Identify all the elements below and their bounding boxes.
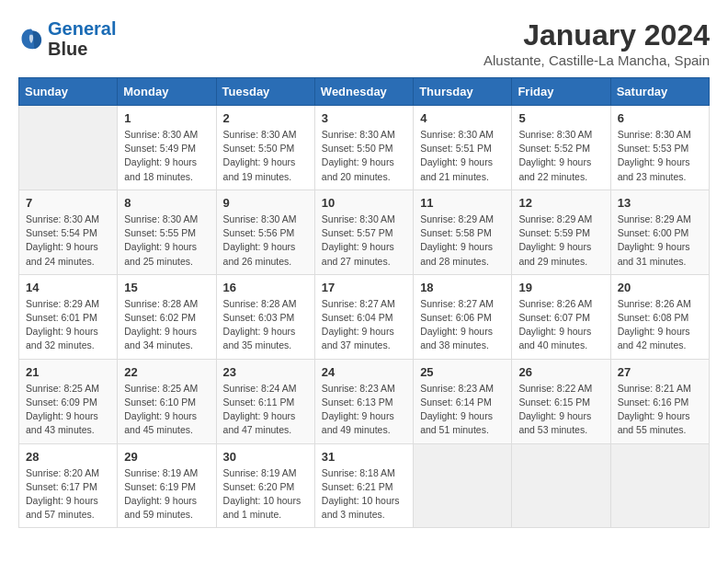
weekday-header: Thursday bbox=[414, 78, 512, 106]
cell-info: Sunrise: 8:30 AMSunset: 5:56 PMDaylight:… bbox=[223, 213, 308, 269]
calendar-cell: 17Sunrise: 8:27 AMSunset: 6:04 PMDayligh… bbox=[314, 274, 413, 359]
cell-info: Sunrise: 8:20 AMSunset: 6:17 PMDaylight:… bbox=[26, 466, 110, 523]
logo-icon bbox=[18, 26, 44, 52]
day-number: 28 bbox=[26, 450, 110, 464]
calendar-cell bbox=[610, 443, 709, 528]
page-header: General Blue January 2024 Alustante, Cas… bbox=[18, 18, 710, 68]
day-number: 23 bbox=[223, 365, 308, 379]
calendar-table: SundayMondayTuesdayWednesdayThursdayFrid… bbox=[18, 77, 710, 528]
calendar-cell: 1Sunrise: 8:30 AMSunset: 5:49 PMDaylight… bbox=[118, 106, 216, 190]
cell-info: Sunrise: 8:21 AMSunset: 6:16 PMDaylight:… bbox=[618, 382, 702, 438]
logo-text: General Blue bbox=[48, 18, 116, 59]
day-number: 12 bbox=[518, 196, 603, 210]
cell-info: Sunrise: 8:25 AMSunset: 6:10 PMDaylight:… bbox=[124, 382, 209, 438]
day-number: 9 bbox=[223, 196, 308, 210]
day-number: 22 bbox=[124, 365, 209, 379]
day-number: 19 bbox=[518, 281, 603, 294]
cell-info: Sunrise: 8:19 AMSunset: 6:20 PMDaylight:… bbox=[223, 466, 308, 523]
cell-info: Sunrise: 8:30 AMSunset: 5:51 PMDaylight:… bbox=[420, 128, 505, 184]
calendar-cell: 15Sunrise: 8:28 AMSunset: 6:02 PMDayligh… bbox=[118, 274, 216, 359]
calendar-cell: 19Sunrise: 8:26 AMSunset: 6:07 PMDayligh… bbox=[512, 274, 610, 359]
day-number: 26 bbox=[518, 365, 603, 379]
calendar-cell: 3Sunrise: 8:30 AMSunset: 5:50 PMDaylight… bbox=[314, 106, 413, 190]
cell-info: Sunrise: 8:27 AMSunset: 6:04 PMDaylight:… bbox=[322, 297, 406, 353]
cell-info: Sunrise: 8:25 AMSunset: 6:09 PMDaylight:… bbox=[26, 382, 110, 438]
day-number: 18 bbox=[420, 281, 505, 294]
cell-info: Sunrise: 8:30 AMSunset: 5:53 PMDaylight:… bbox=[618, 128, 702, 184]
calendar-cell: 22Sunrise: 8:25 AMSunset: 6:10 PMDayligh… bbox=[118, 359, 216, 443]
calendar-week-row: 14Sunrise: 8:29 AMSunset: 6:01 PMDayligh… bbox=[19, 274, 710, 359]
calendar-cell: 23Sunrise: 8:24 AMSunset: 6:11 PMDayligh… bbox=[216, 359, 314, 443]
calendar-cell bbox=[414, 443, 512, 528]
cell-info: Sunrise: 8:29 AMSunset: 6:00 PMDaylight:… bbox=[618, 213, 702, 269]
day-number: 5 bbox=[518, 111, 603, 125]
weekday-header: Wednesday bbox=[314, 78, 413, 106]
day-number: 20 bbox=[618, 281, 702, 294]
day-number: 7 bbox=[26, 196, 110, 210]
calendar-cell: 8Sunrise: 8:30 AMSunset: 5:55 PMDaylight… bbox=[118, 190, 216, 274]
day-number: 17 bbox=[322, 281, 406, 294]
day-number: 30 bbox=[223, 450, 308, 464]
calendar-cell: 5Sunrise: 8:30 AMSunset: 5:52 PMDaylight… bbox=[512, 106, 610, 190]
day-number: 31 bbox=[322, 450, 406, 464]
day-number: 4 bbox=[420, 111, 505, 125]
cell-info: Sunrise: 8:29 AMSunset: 5:58 PMDaylight:… bbox=[420, 213, 505, 269]
day-number: 27 bbox=[618, 365, 702, 379]
day-number: 14 bbox=[26, 281, 110, 294]
calendar-cell: 13Sunrise: 8:29 AMSunset: 6:00 PMDayligh… bbox=[610, 190, 709, 274]
calendar-week-row: 7Sunrise: 8:30 AMSunset: 5:54 PMDaylight… bbox=[19, 190, 710, 274]
weekday-header: Monday bbox=[118, 78, 216, 106]
weekday-header: Tuesday bbox=[216, 78, 314, 106]
day-number: 2 bbox=[223, 111, 308, 125]
day-number: 21 bbox=[26, 365, 110, 379]
cell-info: Sunrise: 8:19 AMSunset: 6:19 PMDaylight:… bbox=[124, 466, 209, 523]
weekday-header: Friday bbox=[512, 78, 610, 106]
calendar-cell: 31Sunrise: 8:18 AMSunset: 6:21 PMDayligh… bbox=[314, 443, 413, 528]
calendar-cell: 29Sunrise: 8:19 AMSunset: 6:19 PMDayligh… bbox=[118, 443, 216, 528]
day-number: 16 bbox=[223, 281, 308, 294]
cell-info: Sunrise: 8:23 AMSunset: 6:14 PMDaylight:… bbox=[420, 382, 505, 438]
day-number: 13 bbox=[618, 196, 702, 210]
logo: General Blue bbox=[18, 18, 116, 59]
calendar-cell: 11Sunrise: 8:29 AMSunset: 5:58 PMDayligh… bbox=[414, 190, 512, 274]
calendar-cell bbox=[512, 443, 610, 528]
calendar-cell: 25Sunrise: 8:23 AMSunset: 6:14 PMDayligh… bbox=[414, 359, 512, 443]
day-number: 3 bbox=[322, 111, 406, 125]
weekday-header-row: SundayMondayTuesdayWednesdayThursdayFrid… bbox=[19, 78, 710, 106]
calendar-cell: 9Sunrise: 8:30 AMSunset: 5:56 PMDaylight… bbox=[216, 190, 314, 274]
day-number: 25 bbox=[420, 365, 505, 379]
calendar-week-row: 28Sunrise: 8:20 AMSunset: 6:17 PMDayligh… bbox=[19, 443, 710, 528]
cell-info: Sunrise: 8:30 AMSunset: 5:54 PMDaylight:… bbox=[26, 213, 110, 269]
day-number: 15 bbox=[124, 281, 209, 294]
calendar-cell: 6Sunrise: 8:30 AMSunset: 5:53 PMDaylight… bbox=[610, 106, 709, 190]
calendar-cell: 7Sunrise: 8:30 AMSunset: 5:54 PMDaylight… bbox=[19, 190, 118, 274]
calendar-cell: 4Sunrise: 8:30 AMSunset: 5:51 PMDaylight… bbox=[414, 106, 512, 190]
day-number: 6 bbox=[618, 111, 702, 125]
calendar-cell: 10Sunrise: 8:30 AMSunset: 5:57 PMDayligh… bbox=[314, 190, 413, 274]
cell-info: Sunrise: 8:24 AMSunset: 6:11 PMDaylight:… bbox=[223, 382, 308, 438]
cell-info: Sunrise: 8:29 AMSunset: 6:01 PMDaylight:… bbox=[26, 297, 110, 353]
weekday-header: Sunday bbox=[19, 78, 118, 106]
calendar-cell: 21Sunrise: 8:25 AMSunset: 6:09 PMDayligh… bbox=[19, 359, 118, 443]
calendar-cell: 12Sunrise: 8:29 AMSunset: 5:59 PMDayligh… bbox=[512, 190, 610, 274]
calendar-cell: 28Sunrise: 8:20 AMSunset: 6:17 PMDayligh… bbox=[19, 443, 118, 528]
calendar-cell: 30Sunrise: 8:19 AMSunset: 6:20 PMDayligh… bbox=[216, 443, 314, 528]
cell-info: Sunrise: 8:30 AMSunset: 5:57 PMDaylight:… bbox=[322, 213, 406, 269]
calendar-cell: 2Sunrise: 8:30 AMSunset: 5:50 PMDaylight… bbox=[216, 106, 314, 190]
calendar-cell: 14Sunrise: 8:29 AMSunset: 6:01 PMDayligh… bbox=[19, 274, 118, 359]
title-block: January 2024 Alustante, Castille-La Manc… bbox=[483, 18, 710, 68]
cell-info: Sunrise: 8:26 AMSunset: 6:08 PMDaylight:… bbox=[618, 297, 702, 353]
cell-info: Sunrise: 8:27 AMSunset: 6:06 PMDaylight:… bbox=[420, 297, 505, 353]
cell-info: Sunrise: 8:18 AMSunset: 6:21 PMDaylight:… bbox=[322, 466, 406, 523]
day-number: 8 bbox=[124, 196, 209, 210]
calendar-cell: 18Sunrise: 8:27 AMSunset: 6:06 PMDayligh… bbox=[414, 274, 512, 359]
day-number: 29 bbox=[124, 450, 209, 464]
cell-info: Sunrise: 8:30 AMSunset: 5:55 PMDaylight:… bbox=[124, 213, 209, 269]
cell-info: Sunrise: 8:30 AMSunset: 5:52 PMDaylight:… bbox=[518, 128, 603, 184]
day-number: 1 bbox=[124, 111, 209, 125]
calendar-cell: 20Sunrise: 8:26 AMSunset: 6:08 PMDayligh… bbox=[610, 274, 709, 359]
cell-info: Sunrise: 8:30 AMSunset: 5:50 PMDaylight:… bbox=[322, 128, 406, 184]
cell-info: Sunrise: 8:30 AMSunset: 5:50 PMDaylight:… bbox=[223, 128, 308, 184]
calendar-week-row: 1Sunrise: 8:30 AMSunset: 5:49 PMDaylight… bbox=[19, 106, 710, 190]
cell-info: Sunrise: 8:30 AMSunset: 5:49 PMDaylight:… bbox=[124, 128, 209, 184]
